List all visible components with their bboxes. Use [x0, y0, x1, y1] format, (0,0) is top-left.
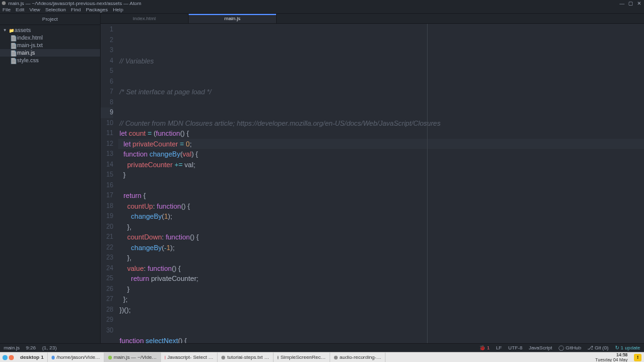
app-dot-icon — [277, 356, 279, 359]
status-git[interactable]: ⎇ Git (0) — [587, 345, 608, 351]
tab-bar: index.htmlmain.js — [101, 14, 644, 24]
taskbar-desktop[interactable]: desktop 1 — [16, 353, 48, 362]
taskbar-clock[interactable]: 14:58 Tuesday 04 May — [592, 353, 632, 363]
maximize-button[interactable]: ▢ — [628, 1, 633, 6]
app-dot-icon — [108, 356, 111, 359]
status-grammar[interactable]: JavaScript — [529, 345, 552, 351]
status-errors[interactable]: 🐞 1 — [479, 345, 490, 351]
taskbar-item[interactable]: main.js — ~/Vide… — [104, 353, 161, 362]
app-dot-icon — [165, 356, 165, 359]
tree-file[interactable]: 📄main.js — [0, 49, 100, 57]
window-title: main.js — ~/Videos/javascript-previous-n… — [8, 1, 142, 6]
tree-file[interactable]: 📄style.css — [0, 57, 100, 64]
tree-file-label: style.css — [17, 57, 39, 63]
tree-file-label: main-js.txt — [17, 42, 43, 48]
app-dot-icon — [52, 356, 54, 359]
notification-warn-icon[interactable]: ! — [634, 354, 641, 361]
sidebar-header: Project — [0, 14, 100, 25]
code-area[interactable]: 1234567891011121314151617181920212223242… — [101, 24, 644, 343]
taskbar-item[interactable]: /home/jason/Vide… — [48, 353, 104, 362]
folder-icon — [9, 27, 14, 33]
file-icon: 📄 — [10, 35, 15, 40]
app-icon — [2, 1, 6, 5]
minimize-button[interactable]: — — [619, 1, 625, 6]
file-icon: 📄 — [10, 43, 15, 48]
status-file[interactable]: main.js — [4, 345, 19, 351]
taskbar-item[interactable]: SimpleScreenRec… — [274, 353, 330, 362]
app-dot-icon — [334, 356, 338, 359]
start-area[interactable] — [0, 355, 16, 360]
tree-file-label: main.js — [17, 50, 35, 56]
start-icon[interactable] — [3, 355, 8, 360]
menu-find[interactable]: Find — [71, 7, 81, 13]
status-selection: (1, 23) — [42, 345, 57, 351]
status-cursor[interactable]: 9:26 — [26, 345, 36, 351]
status-line-ending[interactable]: LF — [496, 345, 502, 351]
editor-pane: index.htmlmain.js 1234567891011121314151… — [101, 14, 644, 343]
tab[interactable]: index.html — [101, 14, 189, 23]
tree-folder-label: assets — [14, 27, 31, 33]
taskbar-item[interactable]: tutorial-steps.txt … — [218, 353, 274, 362]
menu-edit[interactable]: Edit — [16, 7, 25, 13]
menu-help[interactable]: Help — [113, 7, 123, 13]
tab[interactable]: main.js — [189, 14, 277, 23]
status-bar: main.js 9:26 (1, 23) 🐞 1 LF UTF-8 JavaSc… — [0, 343, 644, 352]
chevron-down-icon: ▾ — [4, 28, 9, 33]
line-gutter: 1234567891011121314151617181920212223242… — [101, 24, 118, 343]
tree-file[interactable]: 📄main-js.txt — [0, 41, 100, 49]
os-taskbar: desktop 1 /home/jason/Vide…main.js — ~/V… — [0, 352, 644, 362]
menu-view[interactable]: View — [30, 7, 40, 13]
status-updates[interactable]: ↻ 1 update — [615, 345, 640, 351]
close-button[interactable]: ✕ — [637, 1, 641, 6]
tree-folder-root[interactable]: ▾ assets — [0, 26, 100, 34]
file-icon: 📄 — [10, 50, 15, 55]
menu-selection[interactable]: Selection — [45, 7, 66, 13]
project-sidebar: Project ▾ assets 📄index.html📄main-js.txt… — [0, 14, 101, 343]
menu-packages[interactable]: Packages — [86, 7, 108, 13]
file-icon: 📄 — [10, 58, 15, 63]
menu-file[interactable]: File — [3, 7, 11, 13]
taskbar-item[interactable]: Javascript- Select … — [161, 353, 218, 362]
tree-file[interactable]: 📄index.html — [0, 34, 100, 41]
taskbar-item[interactable]: audio-recording-… — [330, 353, 386, 362]
menu-bar: FileEditViewSelectionFindPackagesHelp — [0, 6, 644, 14]
code-content[interactable]: // Variables/* Set interface at page loa… — [118, 24, 644, 343]
tree-file-label: index.html — [17, 35, 43, 41]
status-encoding[interactable]: UTF-8 — [508, 345, 523, 351]
window-titlebar: main.js — ~/Videos/javascript-previous-n… — [0, 0, 644, 6]
status-github[interactable]: ◯ GitHub — [558, 345, 581, 351]
firefox-icon[interactable] — [9, 355, 14, 360]
app-dot-icon — [221, 356, 225, 359]
